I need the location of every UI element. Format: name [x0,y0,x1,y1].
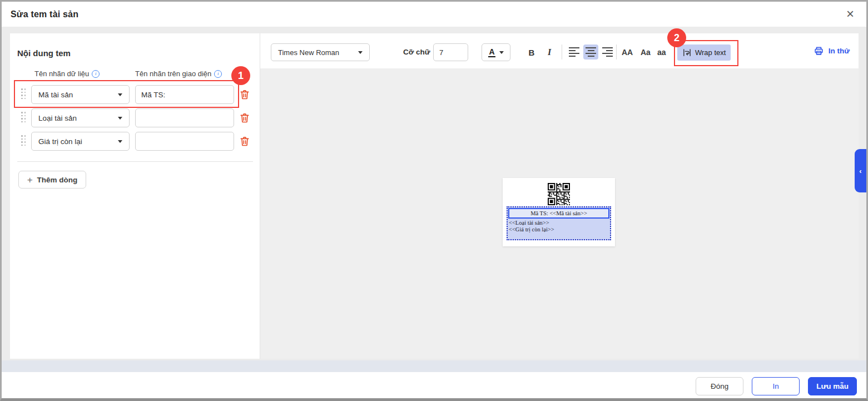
selected-line-box[interactable]: Mã TS: <<Mã tài sản>> [508,208,609,219]
display-label-input[interactable] [135,85,234,104]
panel-heading: Nội dung tem [17,48,71,58]
annotation-badge-2: 2 [667,28,686,47]
bold-button[interactable]: B [524,44,539,60]
footer-divider-band [2,360,866,372]
print-test-label: In thử [829,47,850,55]
preview-line[interactable]: <<Giá trị còn lại>> [509,226,609,233]
align-right-icon[interactable] [600,44,615,60]
selected-field: Mã tài sản [38,91,118,99]
label-row: Loại tài sản [10,108,260,128]
printer-icon [814,46,824,56]
title-bar: Sửa tem tài sản × [2,2,866,27]
chevron-down-icon [118,93,122,96]
delete-row-icon[interactable] [239,135,251,147]
column-header-label: Tên nhãn dữ liệu [34,70,89,78]
label-row: Mã tài sản [10,85,260,105]
font-color-letter: A [488,48,495,57]
chevron-down-icon [118,140,122,143]
selected-field: Loại tài sản [38,114,118,122]
capitalize-button[interactable]: Aa [641,44,651,60]
drag-handle-icon[interactable] [21,112,26,123]
divider [616,44,617,60]
qr-code [548,183,570,205]
dialog-body: Nội dung tem Tên nhãn dữ liệu Tên nhãn t… [2,27,866,360]
delete-row-icon[interactable] [239,88,251,101]
data-field-select[interactable]: Mã tài sản [31,85,130,104]
wrap-text-label: Wrap text [695,48,726,57]
divider [562,44,562,60]
data-field-select[interactable]: Giá trị còn lại [31,132,130,151]
column-header-label: Tên nhãn trên giao diện [135,70,211,78]
label-designer-panel: Times New Roman Cỡ chữ A B I AA Aa aa [260,33,859,359]
label-preview-card[interactable]: Mã TS: <<Mã tài sản>> <<Loại tài sản>> <… [503,178,615,246]
column-header-data-field: Tên nhãn dữ liệu [34,70,100,78]
design-canvas[interactable]: Mã TS: <<Mã tài sản>> <<Loại tài sản>> <… [260,68,859,359]
italic-button[interactable]: I [542,44,557,60]
print-button[interactable]: In [752,377,800,395]
info-icon[interactable] [92,70,100,78]
add-row-button[interactable]: + Thêm dòng [18,171,86,189]
column-headers: Tên nhãn dữ liệu Tên nhãn trên giao diện [10,70,260,80]
edit-asset-label-dialog: Sửa tem tài sản × Nội dung tem Tên nhãn … [0,0,868,401]
collapse-panel-tab[interactable]: ‹ [855,149,866,192]
selected-field: Giá trị còn lại [38,137,118,146]
font-color-button[interactable]: A [482,43,510,61]
preview-line[interactable]: <<Loại tài sản>> [509,220,609,226]
plus-icon: + [27,175,33,185]
font-family-select[interactable]: Times New Roman [271,43,370,61]
wrap-text-button[interactable]: Wrap text [677,44,731,61]
lowercase-button[interactable]: aa [657,44,666,60]
wrap-text-icon [682,48,692,57]
annotation-badge-1: 1 [231,66,250,85]
chevron-down-icon [358,51,363,54]
text-selection-block[interactable]: Mã TS: <<Mã tài sản>> <<Loại tài sản>> <… [507,206,611,240]
align-left-icon[interactable] [567,44,582,60]
save-template-button[interactable]: Lưu mẫu [808,377,857,395]
label-row: Giá trị còn lại [10,131,260,151]
preview-line: Mã TS: <<Mã tài sản>> [530,210,587,217]
selected-font: Times New Roman [278,48,358,57]
info-icon[interactable] [214,70,222,78]
data-field-select[interactable]: Loại tài sản [31,108,130,127]
dialog-footer: Đóng In Lưu mẫu [2,372,866,400]
close-icon[interactable]: × [846,7,854,21]
display-label-input[interactable] [135,132,234,151]
uppercase-button[interactable]: AA [622,44,633,60]
format-toolbar: Times New Roman Cỡ chữ A B I AA Aa aa [260,33,859,68]
drag-handle-icon[interactable] [21,88,26,100]
dialog-title: Sửa tem tài sản [11,9,78,19]
add-row-label: Thêm dòng [37,176,78,184]
drag-handle-icon[interactable] [21,135,26,146]
align-center-icon[interactable] [583,44,598,60]
chevron-down-icon [499,51,504,54]
font-size-input[interactable] [433,43,468,61]
label-content-panel: Nội dung tem Tên nhãn dữ liệu Tên nhãn t… [10,33,260,359]
column-header-display-label: Tên nhãn trên giao diện [135,70,222,78]
chevron-left-icon: ‹ [859,167,861,175]
close-button[interactable]: Đóng [696,377,743,395]
font-size-label: Cỡ chữ [403,48,430,56]
print-test-link[interactable]: In thử [814,46,850,56]
display-label-input[interactable] [135,108,234,127]
chevron-down-icon [118,117,122,120]
delete-row-icon[interactable] [239,112,251,124]
divider [17,161,253,162]
